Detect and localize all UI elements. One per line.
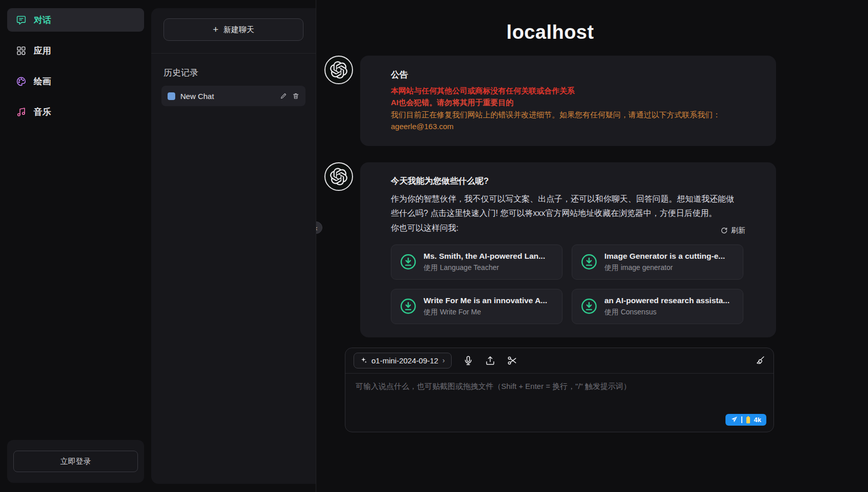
hint-row: 你也可以这样问我: 刷新 xyxy=(391,221,745,235)
edit-icon[interactable] xyxy=(280,92,287,100)
screenshot-button[interactable] xyxy=(507,355,518,366)
sidebar: 对话 应用 绘画 xyxy=(0,0,151,492)
suggestion-card[interactable]: Image Generator is a cutting-e... 使用 ima… xyxy=(572,244,743,280)
announcement-bubble: 公告 本网站与任何其他公司或商标没有任何关联或合作关系 AI也会犯错。请勿将其用… xyxy=(360,56,776,146)
collapse-sidebar-button[interactable]: ‹ xyxy=(316,222,322,234)
welcome-bubble: 今天我能为您做些什么呢? 作为你的智慧伙伴，我不仅可以写文案、出点子，还可以和你… xyxy=(360,162,776,337)
microphone-button[interactable] xyxy=(463,355,474,366)
chat-item-avatar xyxy=(168,92,175,100)
sidebar-item-music[interactable]: 音乐 xyxy=(7,100,144,124)
suggestion-subtitle: 使用 Consensus xyxy=(604,308,730,317)
welcome-body: 作为你的智慧伙伴，我不仅可以写文案、出点子，还可以和你聊天、回答问题。想知道我还… xyxy=(391,192,738,220)
history-section-title: 历史记录 xyxy=(151,54,316,86)
suggestion-title: an AI-powered research assista... xyxy=(604,296,730,305)
suggestion-title: Image Generator is a cutting-e... xyxy=(604,252,725,261)
sidebar-item-label: 应用 xyxy=(34,45,51,57)
prompt-download-icon xyxy=(580,298,598,315)
broom-icon xyxy=(755,355,765,366)
message-input[interactable] xyxy=(356,382,763,412)
suggestion-card[interactable]: Write For Me is an innovative A... 使用 Wr… xyxy=(391,289,562,324)
send-button[interactable]: 4k xyxy=(725,414,766,426)
assistant-avatar xyxy=(324,56,353,84)
app-root: 对话 应用 绘画 xyxy=(0,0,868,492)
microphone-icon xyxy=(463,355,474,366)
suggestion-card[interactable]: Ms. Smith, the AI-powered Lan... 使用 Lang… xyxy=(391,244,562,280)
sidebar-item-apps[interactable]: 应用 xyxy=(7,39,144,62)
sidebar-item-drawing[interactable]: 绘画 xyxy=(7,69,144,93)
message-announcement: 公告 本网站与任何其他公司或商标没有任何关联或合作关系 AI也会犯错。请勿将其用… xyxy=(324,56,776,146)
token-count: 4k xyxy=(754,416,761,424)
page-title: localhost xyxy=(324,21,776,43)
scissors-icon xyxy=(507,355,518,366)
history-top-section: + 新建聊天 xyxy=(151,8,316,54)
delete-icon[interactable] xyxy=(292,92,299,100)
login-panel: 立即登录 xyxy=(7,440,144,483)
message-welcome: 今天我能为您做些什么呢? 作为你的智慧伙伴，我不仅可以写文案、出点子，还可以和你… xyxy=(324,162,776,337)
prompt-download-icon xyxy=(580,253,598,270)
refresh-icon xyxy=(720,227,728,234)
sidebar-item-chat[interactable]: 对话 xyxy=(7,8,144,32)
chat-history-item[interactable]: New Chat xyxy=(161,86,306,106)
openai-logo-icon xyxy=(330,61,347,79)
refresh-suggestions-button[interactable]: 刷新 xyxy=(720,226,745,235)
chat-item-actions xyxy=(280,92,299,100)
openai-logo-icon xyxy=(330,168,347,185)
suggestion-grid: Ms. Smith, the AI-powered Lan... 使用 Lang… xyxy=(391,244,745,324)
composer-body: 4k xyxy=(345,374,773,432)
apps-grid-icon xyxy=(16,45,27,56)
new-chat-label: 新建聊天 xyxy=(224,25,254,35)
battery-icon xyxy=(746,416,750,424)
announcement-line-1: 本网站与任何其他公司或商标没有任何关联或合作关系 xyxy=(391,85,745,96)
announcement-line-2: AI也会犯错。请勿将其用于重要目的 xyxy=(391,97,745,108)
sidebar-item-label: 音乐 xyxy=(34,106,51,118)
palette-icon xyxy=(16,76,27,87)
suggestion-card[interactable]: an AI-powered research assista... 使用 Con… xyxy=(572,289,743,324)
chevron-right-icon: › xyxy=(442,356,445,364)
ask-hint: 你也可以这样问我: xyxy=(391,221,458,235)
upload-button[interactable] xyxy=(485,355,496,366)
clear-context-button[interactable] xyxy=(755,355,765,366)
prompt-download-icon xyxy=(400,298,417,315)
announcement-email-link[interactable]: ageerle@163.com xyxy=(391,121,745,132)
upload-icon xyxy=(485,355,496,366)
model-selector[interactable]: o1-mini-2024-09-12 › xyxy=(354,353,452,368)
new-chat-button[interactable]: + 新建聊天 xyxy=(163,18,303,41)
main-chat-area: ‹ localhost 公告 本网站与任何其他公司或商标没有任何关联或合作关系 … xyxy=(316,0,868,492)
welcome-title: 今天我能为您做些什么呢? xyxy=(391,176,745,187)
assistant-avatar xyxy=(324,162,353,191)
chat-item-title: New Chat xyxy=(180,92,275,101)
badge-divider xyxy=(741,416,742,423)
sparkle-icon xyxy=(360,357,367,364)
suggestion-subtitle: 使用 Write For Me xyxy=(424,308,547,317)
prompt-download-icon xyxy=(400,253,417,270)
model-name: o1-mini-2024-09-12 xyxy=(371,356,438,365)
chat-column: localhost 公告 本网站与任何其他公司或商标没有任何关联或合作关系 AI… xyxy=(324,0,776,432)
suggestion-title: Write For Me is an innovative A... xyxy=(424,296,547,305)
plus-icon: + xyxy=(213,24,218,35)
refresh-label: 刷新 xyxy=(731,226,745,235)
suggestion-subtitle: 使用 Language Teacher xyxy=(424,263,545,273)
sidebar-item-label: 对话 xyxy=(34,14,51,26)
announcement-line-3: 我们目前正在修复我们网站上的错误并改进细节。如果您有任何疑问，请通过以下方式联系… xyxy=(391,109,745,120)
composer-toolbar: o1-mini-2024-09-12 › xyxy=(345,348,773,374)
music-note-icon xyxy=(16,107,27,117)
suggestion-title: Ms. Smith, the AI-powered Lan... xyxy=(424,252,545,261)
suggestion-subtitle: 使用 image generator xyxy=(604,263,725,273)
login-button[interactable]: 立即登录 xyxy=(13,451,138,472)
history-panel: + 新建聊天 历史记录 New Chat xyxy=(151,8,316,484)
composer: o1-mini-2024-09-12 › xyxy=(345,348,774,432)
sidebar-item-label: 绘画 xyxy=(34,76,51,87)
send-plane-icon xyxy=(731,416,738,423)
announcement-title: 公告 xyxy=(391,69,745,81)
chat-bubble-icon xyxy=(16,15,27,26)
